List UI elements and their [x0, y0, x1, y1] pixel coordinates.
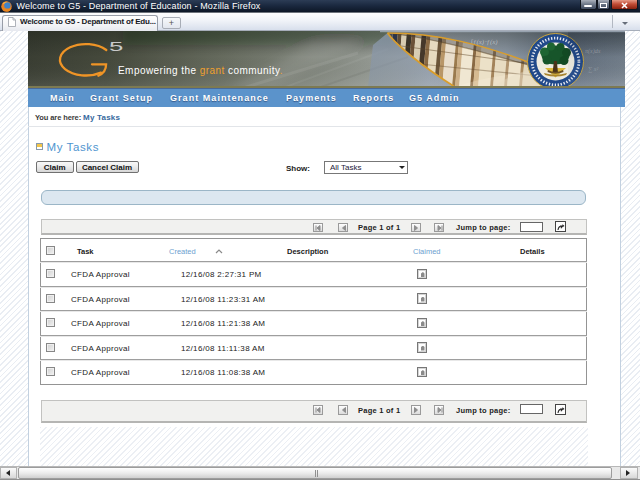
svg-text:Empowering the grant community: Empowering the grant community.	[118, 65, 283, 76]
svg-text:5: 5	[108, 39, 122, 54]
